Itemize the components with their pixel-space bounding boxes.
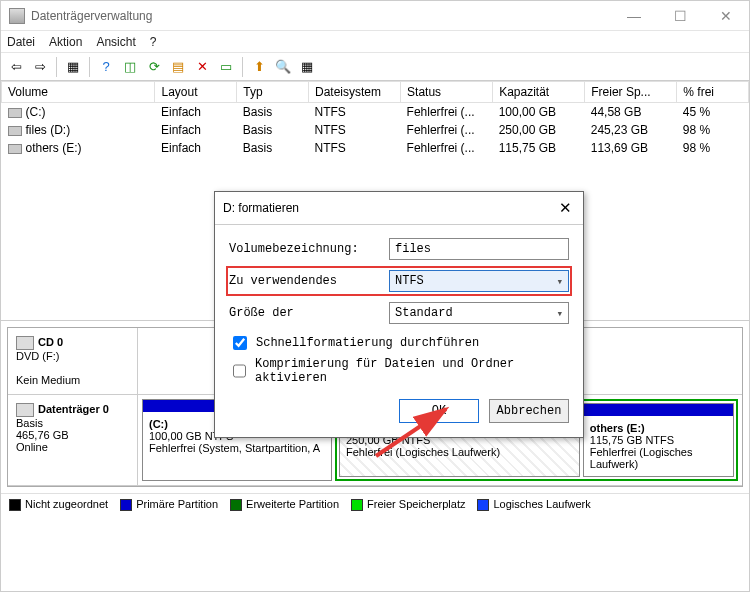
legend: Nicht zugeordnet Primäre Partition Erwei… [1, 493, 749, 515]
col-volume[interactable]: Volume [2, 82, 155, 103]
partition-e[interactable]: others (E:) 115,75 GB NTFS Fehlerfrei (L… [583, 403, 734, 477]
help-icon[interactable]: ? [95, 56, 117, 78]
drive-icon [8, 126, 22, 136]
toolbar-view-icon[interactable]: ▦ [62, 56, 84, 78]
label-filesystem: Zu verwendendes [229, 274, 389, 288]
checkbox-quick-format[interactable] [233, 336, 247, 350]
label-quick-format: Schnellformatierung durchführen [256, 336, 479, 350]
toolbar-btn-5[interactable]: 🔍 [272, 56, 294, 78]
legend-swatch [351, 499, 363, 511]
app-icon [9, 8, 25, 24]
ok-button[interactable]: OK [399, 399, 479, 423]
label-volname: Volumebezeichnung: [229, 242, 389, 256]
dialog-title: D: formatieren [223, 201, 555, 215]
back-button[interactable]: ⇦ [5, 56, 27, 78]
cd-icon [16, 336, 34, 350]
disk-icon [16, 403, 34, 417]
close-button[interactable]: ✕ [703, 1, 749, 31]
select-filesystem[interactable]: NTFS▾ [389, 270, 569, 292]
menu-item-help[interactable]: ? [150, 35, 157, 49]
legend-swatch [230, 499, 242, 511]
menu-item-aktion[interactable]: Aktion [49, 35, 82, 49]
legend-swatch [477, 499, 489, 511]
legend-swatch [9, 499, 21, 511]
toolbar-btn-6[interactable]: ▦ [296, 56, 318, 78]
menubar: Datei Aktion Ansicht ? [1, 31, 749, 53]
col-typ[interactable]: Typ [237, 82, 309, 103]
refresh-icon[interactable]: ⟳ [143, 56, 165, 78]
menu-item-datei[interactable]: Datei [7, 35, 35, 49]
col-layout[interactable]: Layout [155, 82, 237, 103]
drive-icon [8, 144, 22, 154]
delete-icon[interactable]: ✕ [191, 56, 213, 78]
table-row[interactable]: (C:) EinfachBasisNTFS Fehlerfrei (...100… [2, 103, 749, 122]
col-pct[interactable]: % frei [677, 82, 749, 103]
toolbar: ⇦ ⇨ ▦ ? ◫ ⟳ ▤ ✕ ▭ ⬆ 🔍 ▦ [1, 53, 749, 81]
chevron-down-icon: ▾ [556, 307, 563, 320]
window-title: Datenträgerverwaltung [31, 9, 611, 23]
col-fs[interactable]: Dateisystem [308, 82, 400, 103]
cancel-button[interactable]: Abbrechen [489, 399, 569, 423]
table-row[interactable]: others (E:) EinfachBasisNTFS Fehlerfrei … [2, 139, 749, 157]
drive-icon [8, 108, 22, 118]
col-status[interactable]: Status [401, 82, 493, 103]
forward-button[interactable]: ⇨ [29, 56, 51, 78]
checkbox-compress[interactable] [233, 364, 246, 378]
chevron-down-icon: ▾ [556, 275, 563, 288]
col-free[interactable]: Freier Sp... [585, 82, 677, 103]
input-volname[interactable] [389, 238, 569, 260]
format-dialog: D: formatieren ✕ Volumebezeichnung: Zu v… [214, 191, 584, 438]
legend-swatch [120, 499, 132, 511]
table-row[interactable]: files (D:) EinfachBasisNTFS Fehlerfrei (… [2, 121, 749, 139]
toolbar-btn-4[interactable]: ⬆ [248, 56, 270, 78]
titlebar: Datenträgerverwaltung — ☐ ✕ [1, 1, 749, 31]
label-alloc-size: Größe der [229, 306, 389, 320]
menu-item-ansicht[interactable]: Ansicht [96, 35, 135, 49]
col-cap[interactable]: Kapazität [493, 82, 585, 103]
toolbar-btn-3[interactable]: ▭ [215, 56, 237, 78]
label-compress: Komprimierung für Dateien und Ordner akt… [255, 357, 569, 385]
toolbar-btn-2[interactable]: ▤ [167, 56, 189, 78]
toolbar-btn-1[interactable]: ◫ [119, 56, 141, 78]
select-alloc-size[interactable]: Standard▾ [389, 302, 569, 324]
dialog-close-button[interactable]: ✕ [555, 198, 575, 218]
minimize-button[interactable]: — [611, 1, 657, 31]
maximize-button[interactable]: ☐ [657, 1, 703, 31]
